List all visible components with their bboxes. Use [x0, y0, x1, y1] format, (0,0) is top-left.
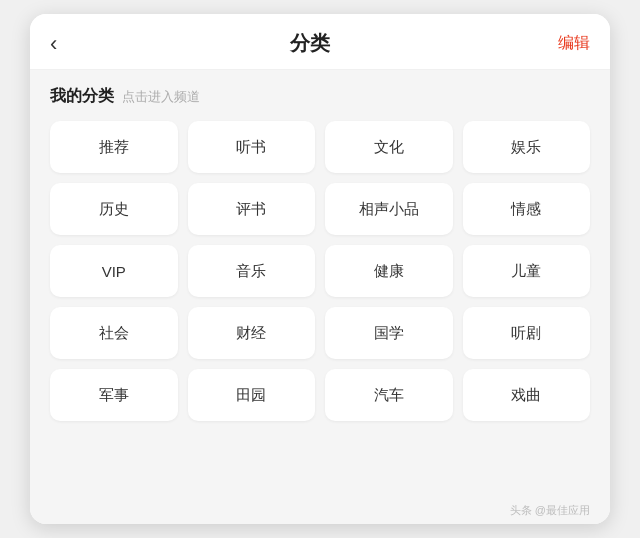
category-item-qiche[interactable]: 汽车: [325, 369, 453, 421]
category-item-yule[interactable]: 娱乐: [463, 121, 591, 173]
category-item-shehui[interactable]: 社会: [50, 307, 178, 359]
category-item-wenhua[interactable]: 文化: [325, 121, 453, 173]
back-button[interactable]: ‹: [50, 31, 80, 57]
category-item-xiqu[interactable]: 戏曲: [463, 369, 591, 421]
edit-button[interactable]: 编辑: [540, 33, 590, 54]
page-title: 分类: [80, 30, 540, 57]
category-item-tuijian[interactable]: 推荐: [50, 121, 178, 173]
watermark: 头条 @最佳应用: [30, 499, 610, 524]
category-item-jiankang[interactable]: 健康: [325, 245, 453, 297]
section-header: 我的分类 点击进入频道: [50, 86, 590, 107]
section-subtitle: 点击进入频道: [122, 88, 200, 106]
category-item-qinggan[interactable]: 情感: [463, 183, 591, 235]
category-item-tingshu[interactable]: 听书: [188, 121, 316, 173]
category-item-xiangsheng[interactable]: 相声小品: [325, 183, 453, 235]
category-item-tingju[interactable]: 听剧: [463, 307, 591, 359]
category-item-yinyue[interactable]: 音乐: [188, 245, 316, 297]
category-item-vip[interactable]: VIP: [50, 245, 178, 297]
category-item-caijing[interactable]: 财经: [188, 307, 316, 359]
categories-grid: 推荐听书文化娱乐历史评书相声小品情感VIP音乐健康儿童社会财经国学听剧军事田园汽…: [50, 121, 590, 421]
header: ‹ 分类 编辑: [30, 14, 610, 70]
content-area: 我的分类 点击进入频道 推荐听书文化娱乐历史评书相声小品情感VIP音乐健康儿童社…: [30, 70, 610, 499]
category-item-tianyuan[interactable]: 田园: [188, 369, 316, 421]
phone-container: ‹ 分类 编辑 我的分类 点击进入频道 推荐听书文化娱乐历史评书相声小品情感VI…: [30, 14, 610, 524]
category-item-junshi[interactable]: 军事: [50, 369, 178, 421]
category-item-ertong[interactable]: 儿童: [463, 245, 591, 297]
category-item-pingshu[interactable]: 评书: [188, 183, 316, 235]
category-item-lishi[interactable]: 历史: [50, 183, 178, 235]
category-item-guoxue[interactable]: 国学: [325, 307, 453, 359]
section-title: 我的分类: [50, 86, 114, 107]
